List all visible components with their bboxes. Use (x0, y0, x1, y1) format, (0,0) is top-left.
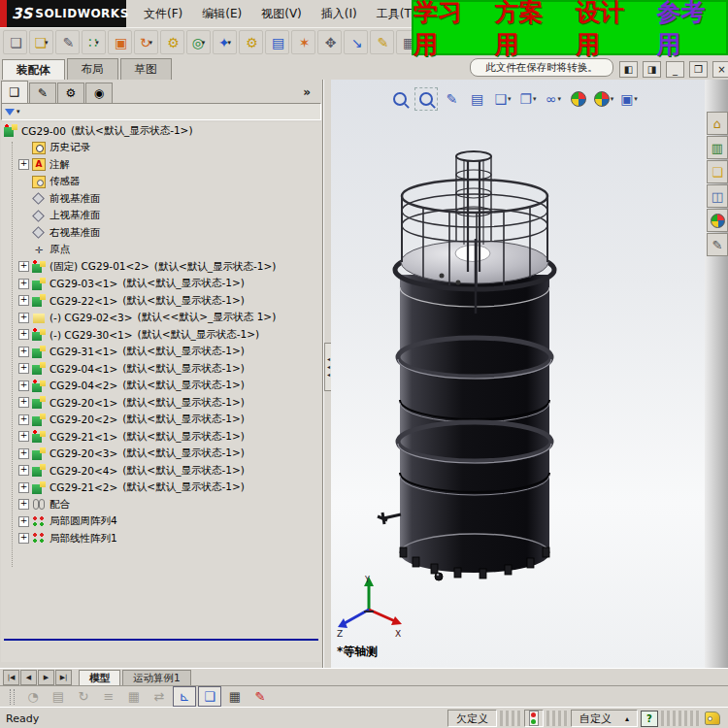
mate-icon[interactable]: ✎ (55, 30, 80, 54)
tree-item[interactable]: ✛ 原点 (13, 242, 321, 259)
move-component-icon[interactable]: ✥ (317, 30, 342, 54)
expand-plus-icon[interactable]: + (18, 347, 29, 357)
component-pattern-icon[interactable]: ∷ ▾ (82, 30, 106, 54)
motion-swap-icon[interactable]: ⇄ (148, 686, 171, 707)
motion-gears-icon[interactable]: ⚙ (239, 30, 263, 54)
tree-item[interactable]: + 局部线性阵列1 (13, 530, 321, 547)
tab-nav-button[interactable]: ◀ (20, 670, 37, 685)
menu-item[interactable]: 编辑(E) (194, 3, 249, 25)
tab-nav-button[interactable]: ▶ (38, 670, 54, 685)
menu-item[interactable]: 插入(I) (314, 3, 365, 25)
tree-item[interactable]: + (-) CG29-30<1> (默认<默认_显示状态-1>) (13, 326, 321, 344)
tree-item[interactable]: 右视基准面 (13, 224, 321, 242)
filter-dropdown-icon[interactable]: ▾ (17, 108, 20, 116)
tree-item[interactable]: 上视基准面 (13, 208, 321, 225)
table-view-icon[interactable]: ▦ (223, 686, 247, 707)
tree-item[interactable]: 历史记录 (13, 140, 321, 157)
scene-icon[interactable]: ▾ (593, 88, 614, 110)
expand-plus-icon[interactable]: + (18, 159, 29, 170)
tree-item[interactable]: + CG29-22<1> (默认<默认_显示状态-1>) (13, 292, 321, 310)
configurationmanager-tab[interactable]: ⚙ (57, 83, 84, 103)
motion-playback-icon[interactable]: ◔ (21, 686, 45, 707)
tree-item[interactable]: + (-) CG29-02<3> (默认<<默认>_显示状态 1>) (13, 310, 321, 327)
pane-left-icon[interactable]: ◧ (619, 61, 638, 78)
magnifier-pen-icon[interactable]: ✎ (442, 88, 463, 110)
tank-3d-model[interactable] (341, 115, 603, 600)
command-tab[interactable]: 草图 (120, 58, 172, 80)
chart-view-icon[interactable]: ⊾ (173, 686, 196, 707)
tree-item[interactable]: 前视基准面 (13, 190, 321, 208)
design-library-icon[interactable]: ▥ (707, 136, 728, 159)
featuremanager-tab[interactable]: ❑ (1, 81, 28, 103)
smart-dimension-icon[interactable]: ↘ (344, 30, 368, 54)
tree-item[interactable]: + CG29-20<4> (默认<默认_显示状态-1>) (13, 462, 321, 480)
tree-item[interactable]: + CG29-20<1> (默认<默认_显示状态-1>) (13, 394, 321, 412)
displaymanager-tab[interactable]: ◉ (85, 83, 113, 103)
minimize-icon[interactable]: _ (666, 61, 684, 78)
pane-right-icon[interactable]: ◨ (643, 61, 661, 78)
tree-item[interactable]: + 局部圆周阵列4 (13, 513, 321, 531)
show-hidden-components-icon[interactable]: ◎ ▾ (186, 30, 211, 54)
graphics-viewport[interactable]: ✎ ▤ ❑ ▾ ❐ ▾ (331, 80, 705, 668)
document-tab[interactable]: 模型 (79, 670, 120, 686)
insert-component-icon[interactable]: ❏ (3, 30, 27, 54)
custom-properties-icon[interactable]: ✎ (707, 233, 728, 256)
view-orientation-icon[interactable]: ❑ ▾ (492, 88, 513, 110)
tree-item[interactable]: + CG29-21<1> (默认<默认_显示状态-1>) (13, 428, 321, 446)
expand-plus-icon[interactable]: + (18, 482, 29, 493)
tree-item[interactable]: + CG29-20<2> (默认<默认_显示状态-1>) (13, 412, 321, 429)
propertymanager-tab[interactable]: ✎ (29, 83, 56, 103)
exploded-view-icon[interactable]: ✶ (291, 30, 315, 54)
display-style-icon[interactable]: ❐ ▾ (517, 88, 539, 110)
expand-plus-icon[interactable]: + (18, 465, 29, 476)
expand-plus-icon[interactable]: + (18, 516, 29, 527)
zoom-area-icon[interactable] (414, 87, 438, 111)
rollback-bar[interactable] (4, 639, 318, 641)
tree-filter-row[interactable]: ▾ (1, 103, 321, 120)
home-icon[interactable]: ⌂ (707, 112, 728, 135)
tree-item[interactable]: + CG29-04<1> (默认<默认_显示状态-1>) (13, 360, 321, 378)
expand-plus-icon[interactable]: + (18, 381, 29, 391)
motion-grid-icon[interactable]: ▦ (122, 686, 146, 707)
tree-item[interactable]: + CG29-04<2> (默认<默认_显示状态-1>) (13, 378, 321, 395)
edit-component-icon[interactable]: ✎ (370, 30, 394, 54)
expand-plus-icon[interactable]: + (18, 261, 29, 272)
appearances-scenes-icon[interactable] (707, 209, 728, 232)
tree-item[interactable]: + CG29-21<2> (默认<默认_显示状态-1>) (13, 480, 321, 497)
motion-results-icon[interactable]: ▤ (47, 686, 70, 707)
tab-nav-button[interactable]: ▶| (55, 670, 72, 685)
menu-item[interactable]: 文件(F) (136, 3, 190, 25)
motion-lines-icon[interactable]: ≡ (97, 686, 120, 707)
reload-component-icon[interactable]: ↻ ▾ (134, 30, 158, 54)
expand-plus-icon[interactable]: + (18, 363, 29, 374)
expand-plus-icon[interactable]: + (18, 431, 29, 442)
expand-plus-icon[interactable]: + (18, 533, 29, 544)
expand-plus-icon[interactable]: + (18, 295, 29, 306)
menu-item[interactable]: 视图(V) (253, 3, 310, 25)
file-explorer-icon[interactable]: ❏ (707, 160, 728, 183)
tab-nav-button[interactable]: |◀ (3, 670, 19, 685)
tree-item[interactable]: + CG29-03<1> (默认<默认_显示状态-1>) (13, 276, 321, 293)
tree-item[interactable]: + 注解 (13, 156, 321, 174)
command-tab[interactable]: 布局 (67, 58, 118, 80)
tree-item[interactable]: + CG29-20<3> (默认<默认_显示状态-1>) (13, 446, 321, 463)
zoom-fit-icon[interactable] (389, 88, 411, 110)
view-palette-icon[interactable]: ◫ (707, 184, 728, 208)
model-view-icon[interactable]: ❑ (198, 686, 221, 707)
expand-plus-icon[interactable]: + (18, 329, 29, 340)
annotate-pen-icon[interactable]: ✎ (248, 686, 272, 707)
view-settings-icon[interactable]: ▣ ▾ (618, 88, 640, 110)
expand-plus-icon[interactable]: + (18, 448, 29, 459)
reference-geometry-icon[interactable]: ✦ ▾ (213, 30, 237, 54)
close-icon[interactable]: × (712, 61, 728, 78)
tree-item[interactable]: 传感器 (13, 174, 321, 191)
motion-replay-icon[interactable]: ↻ (72, 686, 95, 707)
expand-plus-icon[interactable]: + (18, 313, 29, 323)
expand-plus-icon[interactable]: + (18, 499, 29, 510)
hide-show-items-icon[interactable]: ∞ ▾ (543, 88, 564, 110)
expand-plus-icon[interactable]: + (18, 279, 29, 289)
tag-icon[interactable] (705, 711, 720, 725)
bom-table-icon[interactable]: ▤ (265, 30, 289, 54)
expand-plus-icon[interactable]: + (18, 414, 29, 425)
appearances-icon[interactable] (568, 88, 589, 110)
